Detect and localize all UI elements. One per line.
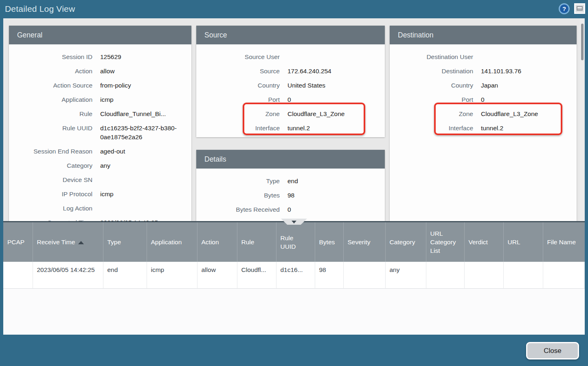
- field-category: Category any: [9, 158, 191, 173]
- column-header-category[interactable]: Category: [385, 222, 426, 262]
- vertical-scrollbar-thumb[interactable]: [581, 24, 584, 60]
- column-header-rule[interactable]: Rule: [237, 222, 276, 262]
- window-icon[interactable]: [574, 3, 585, 14]
- field-value: 98: [287, 191, 373, 200]
- panel-details: Details Type end Bytes 98 Bytes Received…: [196, 150, 385, 221]
- column-header-file-name[interactable]: File Name: [543, 222, 585, 262]
- window-icon-glyph: [577, 6, 583, 11]
- field-value: [287, 53, 373, 61]
- panel-destination: Destination Destination User Destination…: [390, 26, 577, 221]
- vertical-scrollbar-track[interactable]: [580, 18, 585, 221]
- dialog-titlebar: Detailed Log View ?: [0, 0, 588, 18]
- column-header-action[interactable]: Action: [197, 222, 237, 262]
- field-value: [100, 175, 186, 184]
- log-table: PCAP Receive Time Type Application Actio…: [3, 222, 585, 289]
- field-value: United States: [287, 81, 373, 90]
- panel-details-title: Details: [196, 150, 385, 169]
- field-value: end: [287, 177, 373, 186]
- cell-category: any: [385, 262, 426, 288]
- cell-rule-uuid: d1c16...: [276, 262, 315, 288]
- field-value: Cloudflare_L3_Zone: [287, 110, 373, 118]
- field-value: aged-out: [100, 147, 186, 156]
- field-source-address: Source 172.64.240.254: [196, 64, 385, 78]
- column-header-application[interactable]: Application: [147, 222, 197, 262]
- field-action: Action allow: [9, 64, 191, 78]
- table-header-row: PCAP Receive Time Type Application Actio…: [3, 222, 585, 262]
- field-bytes: Bytes 98: [196, 188, 385, 202]
- field-value: Cloudflare_L3_Zone: [481, 110, 566, 118]
- field-label: Port: [196, 95, 280, 104]
- field-value: any: [100, 161, 186, 170]
- column-header-receive-time[interactable]: Receive Time: [33, 222, 103, 262]
- page-title: Detailed Log View: [5, 4, 75, 14]
- field-value: 125629: [100, 53, 186, 61]
- panel-source-title: Source: [196, 26, 385, 44]
- cell-action: allow: [197, 262, 237, 288]
- field-value: 0: [481, 95, 566, 104]
- column-header-severity[interactable]: Severity: [343, 222, 385, 262]
- cell-url-category-list: [426, 262, 464, 288]
- field-ip-protocol: IP Protocol icmp: [9, 187, 191, 201]
- column-header-rule-uuid[interactable]: Rule UUID: [276, 222, 315, 262]
- log-table-section: PCAP Receive Time Type Application Actio…: [3, 221, 585, 335]
- cell-severity: [343, 262, 385, 288]
- column-header-bytes[interactable]: Bytes: [315, 222, 343, 262]
- column-header-verdict[interactable]: Verdict: [464, 222, 503, 262]
- field-value: Japan: [481, 81, 566, 90]
- field-value: 0: [287, 95, 373, 104]
- table-row[interactable]: 2023/06/05 14:42:25 end icmp allow Cloud…: [3, 262, 585, 288]
- field-label: Application: [9, 95, 92, 104]
- field-source-user: Source User: [196, 50, 385, 64]
- field-value: allow: [100, 67, 186, 76]
- field-label: Rule: [9, 110, 92, 118]
- field-value: icmp: [100, 95, 186, 104]
- cell-pcap: [3, 262, 33, 288]
- sort-ascending-icon: [78, 241, 84, 244]
- field-session-end-reason: Session End Reason aged-out: [9, 144, 191, 158]
- field-label: IP Protocol: [9, 190, 92, 199]
- cell-bytes: 98: [315, 262, 343, 288]
- chevron-down-icon: [292, 221, 296, 224]
- field-label: Country: [390, 81, 473, 90]
- field-value: d1c16235-b2f2-4327-b380-0ae1875e2a26: [100, 124, 186, 142]
- column-header-url-category-list[interactable]: URL Category List: [426, 222, 464, 262]
- field-label: Source User: [196, 53, 280, 61]
- cell-application: icmp: [147, 262, 197, 288]
- field-destination-country: Country Japan: [390, 78, 577, 92]
- field-destination-interface: Interface tunnel.2: [390, 121, 577, 135]
- field-value: 141.101.93.76: [481, 67, 566, 76]
- cell-url: [503, 262, 543, 288]
- field-label: Bytes Received: [196, 205, 280, 214]
- cell-rule: Cloudfl...: [237, 262, 276, 288]
- field-destination-port: Port 0: [390, 92, 577, 107]
- field-rule-uuid: Rule UUID d1c16235-b2f2-4327-b380-0ae187…: [9, 121, 191, 144]
- field-label: Session End Reason: [9, 147, 92, 156]
- field-label: Type: [196, 177, 280, 186]
- field-application: Application icmp: [9, 92, 191, 107]
- field-bytes-received: Bytes Received 0: [196, 202, 385, 217]
- field-label: Destination: [390, 67, 473, 76]
- field-value: [100, 204, 186, 213]
- field-source-zone: Zone Cloudflare_L3_Zone: [196, 107, 385, 121]
- column-header-pcap[interactable]: PCAP: [3, 222, 33, 262]
- field-log-action: Log Action: [9, 201, 191, 215]
- close-button[interactable]: Close: [526, 342, 579, 359]
- field-label: Zone: [390, 110, 473, 118]
- field-destination-zone: Zone Cloudflare_L3_Zone: [390, 107, 577, 121]
- field-label: Action Source: [9, 81, 92, 90]
- column-header-type[interactable]: Type: [103, 222, 147, 262]
- field-value: tunnel.2: [481, 124, 566, 133]
- panel-general-title: General: [9, 26, 191, 44]
- panel-general: General Session ID 125629 Action allow A…: [9, 26, 191, 221]
- cell-verdict: [464, 262, 503, 288]
- help-icon[interactable]: ?: [559, 3, 570, 14]
- dialog-footer: Close: [0, 335, 588, 366]
- column-header-url[interactable]: URL: [503, 222, 543, 262]
- field-type: Type end: [196, 174, 385, 188]
- panel-source-body: Source User Source 172.64.240.254 Countr…: [196, 44, 385, 135]
- field-value: tunnel.2: [287, 124, 373, 133]
- field-value: Cloudflare_Tunnel_Bi...: [100, 110, 186, 118]
- field-label: Action: [9, 67, 92, 76]
- field-destination-user: Destination User: [390, 50, 577, 64]
- field-label: Log Action: [9, 204, 92, 213]
